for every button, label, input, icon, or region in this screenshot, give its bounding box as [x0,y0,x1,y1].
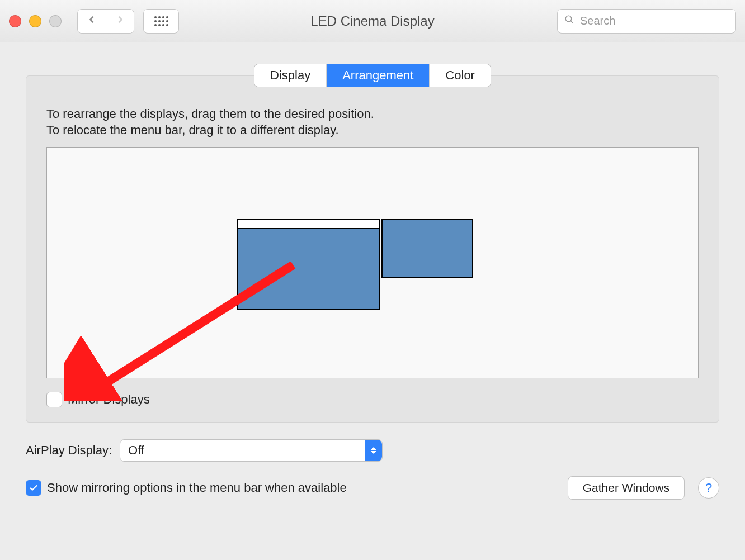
nav-buttons [77,9,134,34]
back-button[interactable] [78,10,106,33]
display-secondary[interactable] [381,219,473,278]
mirror-displays-checkbox[interactable] [46,392,62,407]
airplay-label: AirPlay Display: [26,443,112,458]
show-all-button[interactable] [143,9,179,34]
airplay-row: AirPlay Display: Off [26,439,719,462]
window-title: LED Cinema Display [310,13,434,29]
instructions-line1: To rearrange the displays, drag them to … [46,106,699,122]
gather-windows-button[interactable]: Gather Windows [568,476,685,500]
footer-row: Show mirroring options in the menu bar w… [26,476,719,500]
mirror-displays-row: Mirror Displays [46,392,699,407]
content: Display Arrangement Color To rearrange t… [0,64,745,514]
instructions: To rearrange the displays, drag them to … [46,106,699,138]
arrangement-panel: To rearrange the displays, drag them to … [26,75,719,423]
tabbar: Display Arrangement Color [26,64,719,87]
help-button[interactable]: ? [698,477,719,499]
display-primary[interactable] [237,219,380,310]
zoom-window-button[interactable] [49,15,62,27]
tab-color[interactable]: Color [429,64,491,87]
instructions-line2: To relocate the menu bar, drag it to a d… [46,122,699,139]
check-icon [29,483,39,493]
search-icon [564,15,574,27]
bottom-section: AirPlay Display: Off Show mirroring opti… [26,439,719,514]
airplay-select[interactable]: Off [120,439,383,462]
arrangement-area[interactable] [46,147,699,378]
titlebar: LED Cinema Display [0,0,745,42]
minimize-window-button[interactable] [29,15,41,27]
forward-button[interactable] [106,10,134,33]
show-mirroring-label: Show mirroring options in the menu bar w… [47,481,347,495]
close-window-button[interactable] [9,15,21,27]
show-mirroring-checkbox[interactable] [26,480,41,496]
mirror-displays-label: Mirror Displays [68,392,150,407]
chevron-left-icon [86,14,97,29]
tab-arrangement[interactable]: Arrangement [326,64,429,87]
svg-point-0 [565,16,572,22]
traffic-lights [9,15,62,27]
search-input[interactable] [579,14,729,28]
tab-display[interactable]: Display [254,64,326,87]
grid-icon [154,16,168,26]
search-field[interactable] [557,9,736,34]
chevron-right-icon [115,14,126,29]
airplay-value: Off [128,443,144,458]
tabs: Display Arrangement Color [254,64,491,87]
svg-line-1 [570,21,573,23]
select-stepper-icon [365,440,382,461]
